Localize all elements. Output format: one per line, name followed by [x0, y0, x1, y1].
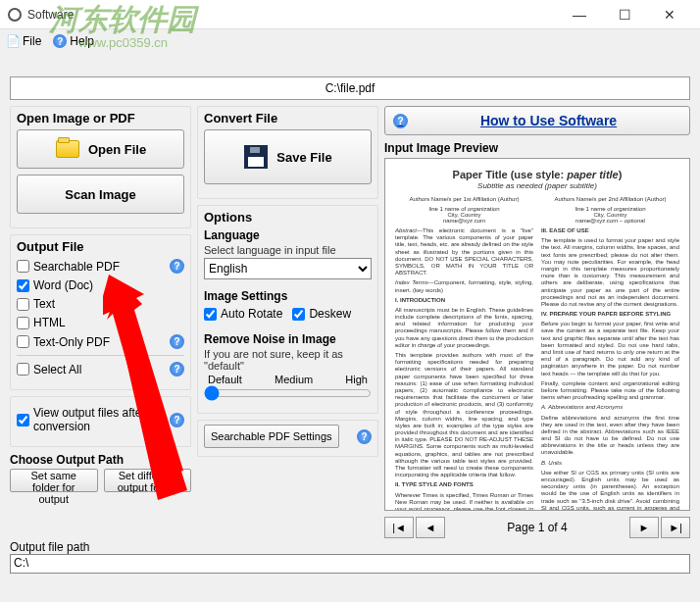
convert-group-title: Convert File	[204, 111, 372, 125]
preview-box: Paper Title (use style: paper title) Sub…	[384, 158, 690, 511]
open-group-title: Open Image or PDF	[17, 111, 184, 125]
scan-image-label: Scan Image	[65, 187, 135, 202]
file-path-bar[interactable]: C:\file.pdf	[10, 76, 690, 100]
watermark-url: www.pc0359.cn	[78, 35, 168, 50]
tick-medium: Medium	[275, 374, 313, 385]
view-output-checkbox[interactable]	[17, 414, 29, 426]
auto-rotate-row[interactable]: Auto Rotate	[204, 307, 282, 321]
pager: |◄ ◄ Page 1 of 4 ► ►|	[384, 517, 690, 538]
output-option-text[interactable]: Text	[17, 297, 184, 311]
same-folder-button[interactable]: Set same folder for output	[10, 469, 98, 492]
image-settings-label: Image Settings	[204, 289, 372, 303]
preview-author-1: Authors Name/s per 1st Affiliation (Auth…	[395, 196, 533, 202]
output-checkbox[interactable]	[17, 260, 29, 273]
menu-file-label: File	[23, 34, 41, 48]
output-option-label: Word (Doc)	[33, 278, 93, 292]
open-file-label: Open File	[88, 142, 146, 157]
diff-folder-button[interactable]: Set different output folder	[104, 469, 192, 492]
deskew-checkbox[interactable]	[292, 308, 305, 321]
language-select[interactable]: English	[204, 258, 372, 279]
open-file-button[interactable]: Open File	[17, 129, 184, 169]
pdf-settings-group: Searchable PDF Settings ?	[197, 420, 378, 457]
deskew-label: Deskew	[309, 307, 351, 321]
auto-rotate-checkbox[interactable]	[204, 308, 217, 321]
choose-path-title: Choose Output Path	[10, 453, 191, 467]
help-icon[interactable]: ?	[357, 429, 372, 444]
options-title: Options	[204, 210, 372, 225]
view-output-label: View output files after conversion	[33, 406, 166, 433]
minimize-button[interactable]: —	[557, 0, 602, 29]
save-file-label: Save File	[276, 150, 331, 165]
output-option-text-only-pdf[interactable]: Text-Only PDF?	[17, 334, 184, 349]
preview-subtitle: Subtitle as needed (paper subtitle)	[395, 181, 679, 190]
noise-slider[interactable]	[204, 385, 372, 401]
how-to-label: How to Use Software	[416, 113, 681, 128]
select-all-label: Select All	[33, 363, 81, 376]
next-page-button[interactable]: ►	[629, 517, 659, 538]
auto-rotate-label: Auto Rotate	[221, 307, 282, 321]
how-to-use-button[interactable]: ? How to Use Software	[384, 106, 690, 135]
tick-default: Default	[208, 374, 242, 385]
noise-ticks: Default Medium High	[204, 374, 372, 385]
select-all-checkbox[interactable]	[17, 363, 29, 376]
maximize-button[interactable]: ☐	[602, 0, 647, 29]
help-icon[interactable]: ?	[170, 362, 184, 376]
page-indicator: Page 1 of 4	[447, 521, 627, 534]
output-option-word-doc-[interactable]: Word (Doc)	[17, 278, 184, 292]
preview-label: Input Image Preview	[384, 141, 690, 155]
view-output-row[interactable]: View output files after conversion ?	[17, 406, 184, 433]
help-icon[interactable]: ?	[170, 334, 184, 349]
first-page-button[interactable]: |◄	[384, 517, 414, 538]
view-output-group: View output files after conversion ?	[10, 396, 191, 447]
help-icon: ?	[393, 114, 408, 128]
file-icon: 📄	[6, 34, 20, 48]
convert-file-group: Convert File Save File	[197, 106, 378, 199]
window-controls: — ☐ ✕	[557, 0, 692, 29]
output-checkbox[interactable]	[17, 335, 29, 348]
choose-output-path-group: Choose Output Path Set same folder for o…	[10, 453, 191, 492]
output-checkbox[interactable]	[17, 279, 29, 292]
save-file-button[interactable]: Save File	[204, 129, 372, 184]
menu-file[interactable]: 📄 File	[6, 34, 41, 48]
app-icon	[8, 8, 22, 22]
options-group: Options Language Select language in inpu…	[197, 205, 378, 414]
preview-author-2: Authors Name/s per 2nd Affiliation (Auth…	[541, 196, 679, 202]
close-button[interactable]: ✕	[647, 0, 692, 29]
output-option-label: Searchable PDF	[33, 260, 120, 274]
output-file-group: Output File Searchable PDF?Word (Doc)Tex…	[10, 234, 191, 390]
folder-icon	[56, 140, 79, 158]
output-option-searchable-pdf[interactable]: Searchable PDF?	[17, 259, 184, 274]
output-option-label: Text-Only PDF	[33, 335, 110, 349]
output-option-label: Text	[33, 297, 55, 311]
floppy-icon	[244, 145, 268, 169]
prev-page-button[interactable]: ◄	[416, 517, 445, 538]
help-icon[interactable]: ?	[170, 413, 184, 427]
last-page-button[interactable]: ►|	[661, 517, 690, 538]
noise-label: Remove Noise in Image	[204, 332, 372, 346]
searchable-pdf-settings-button[interactable]: Searchable PDF Settings	[204, 425, 339, 448]
output-option-html[interactable]: HTML	[17, 316, 184, 329]
tick-high: High	[345, 374, 368, 385]
output-path-section: Output file path C:\	[0, 538, 700, 576]
output-path-label: Output file path	[10, 540, 690, 554]
language-hint: Select language in input file	[204, 244, 372, 256]
preview-title: Paper Title (use style: paper title)	[395, 169, 679, 180]
select-all-row[interactable]: Select All ?	[17, 362, 184, 376]
output-group-title: Output File	[17, 239, 184, 254]
noise-hint: If you are not sure, keep it as "default…	[204, 348, 372, 372]
scan-image-button[interactable]: Scan Image	[17, 175, 184, 214]
output-path-field[interactable]: C:\	[10, 554, 690, 574]
output-checkbox[interactable]	[17, 317, 29, 329]
language-label: Language	[204, 228, 372, 242]
help-icon[interactable]: ?	[170, 259, 184, 274]
watermark-text: 河东软件园	[49, 0, 196, 40]
open-image-group: Open Image or PDF Open File Scan Image	[10, 106, 191, 228]
output-option-label: HTML	[33, 316, 66, 329]
output-checkbox[interactable]	[17, 298, 29, 311]
deskew-row[interactable]: Deskew	[292, 307, 351, 321]
